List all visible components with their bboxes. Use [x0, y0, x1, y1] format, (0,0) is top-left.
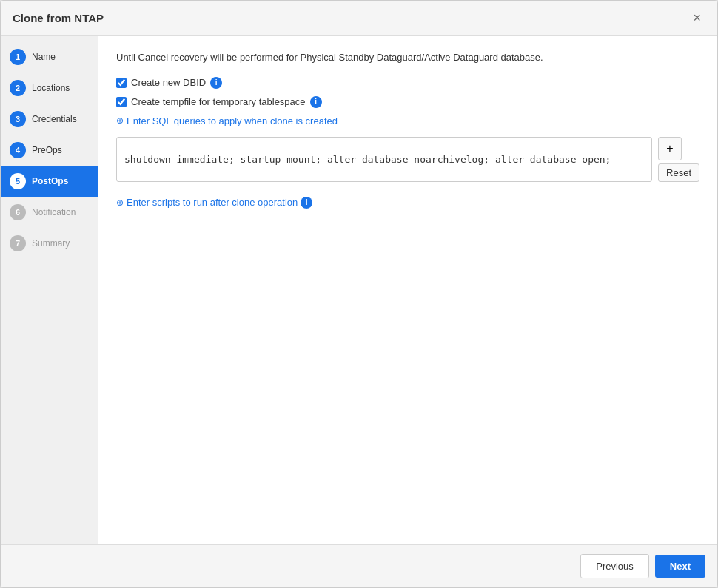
dialog-footer: Previous Next: [1, 544, 717, 587]
step-label-3: Credentials: [32, 114, 77, 124]
checkbox-tempfile-label: Create tempfile for temporary tablespace: [131, 96, 306, 107]
checkbox-dbid-row: Create new DBID i: [116, 77, 699, 89]
previous-button[interactable]: Previous: [580, 554, 649, 578]
checkbox-dbid[interactable]: [116, 78, 127, 88]
expand-circle-icon: ⊕: [116, 115, 124, 126]
script-expand-label: Enter scripts to run after clone operati…: [127, 197, 298, 208]
sql-area-wrapper: + Reset: [116, 137, 699, 182]
dialog-title: Clone from NTAP: [13, 12, 104, 24]
script-expand-icon: ⊕: [116, 197, 124, 208]
dialog-header: Clone from NTAP ×: [1, 1, 717, 36]
dialog-body: 1Name2Locations3Credentials4PreOps5PostO…: [1, 36, 717, 544]
sidebar-step-credentials[interactable]: 3Credentials: [1, 104, 98, 135]
tempfile-info-icon[interactable]: i: [310, 96, 322, 108]
sidebar-step-preops[interactable]: 4PreOps: [1, 135, 98, 166]
dbid-info-icon[interactable]: i: [210, 77, 222, 89]
sidebar-step-name[interactable]: 1Name: [1, 41, 98, 72]
step-num-7: 7: [10, 235, 26, 251]
checkbox-tempfile[interactable]: [116, 97, 127, 107]
dialog-clone-ntap: Clone from NTAP × 1Name2Locations3Creden…: [0, 0, 718, 588]
sql-expand-label: Enter SQL queries to apply when clone is…: [127, 115, 338, 126]
step-num-6: 6: [10, 204, 26, 220]
step-label-2: Locations: [32, 83, 70, 93]
step-label-1: Name: [32, 52, 56, 62]
sidebar: 1Name2Locations3Credentials4PreOps5PostO…: [1, 36, 98, 544]
script-info-icon[interactable]: i: [301, 197, 312, 209]
reset-sql-button[interactable]: Reset: [658, 163, 699, 182]
sidebar-step-summary[interactable]: 7Summary: [1, 228, 98, 259]
checkbox-tempfile-row: Create tempfile for temporary tablespace…: [116, 96, 699, 108]
step-num-1: 1: [10, 49, 26, 65]
sql-input[interactable]: [116, 137, 652, 182]
step-label-4: PreOps: [32, 145, 62, 155]
checkbox-dbid-label: Create new DBID: [131, 77, 206, 88]
step-label-6: Notification: [32, 207, 76, 217]
sidebar-step-postops[interactable]: 5PostOps: [1, 166, 98, 197]
sidebar-step-locations[interactable]: 2Locations: [1, 72, 98, 104]
step-label-5: PostOps: [32, 176, 68, 186]
sql-expand-link[interactable]: ⊕ Enter SQL queries to apply when clone …: [116, 115, 699, 126]
step-num-3: 3: [10, 111, 26, 127]
close-button[interactable]: ×: [688, 10, 705, 26]
add-sql-button[interactable]: +: [658, 137, 682, 160]
next-button[interactable]: Next: [655, 555, 705, 578]
step-num-5: 5: [10, 173, 26, 189]
sidebar-step-notification[interactable]: 6Notification: [1, 197, 98, 228]
script-expand-link[interactable]: ⊕ Enter scripts to run after clone opera…: [116, 197, 699, 209]
step-num-4: 4: [10, 142, 26, 158]
sql-buttons: + Reset: [658, 137, 699, 182]
step-label-7: Summary: [32, 238, 70, 249]
main-content: Until Cancel recovery will be performed …: [98, 36, 717, 544]
info-text: Until Cancel recovery will be performed …: [116, 50, 699, 65]
step-num-2: 2: [10, 80, 26, 96]
